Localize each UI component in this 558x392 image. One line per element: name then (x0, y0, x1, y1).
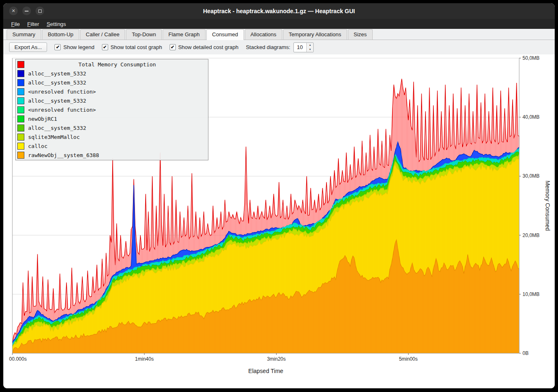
legend-item: sqlite3MemMalloc (16, 132, 208, 141)
legend-label: rawNewObj__system_6388 (28, 152, 99, 158)
maximize-icon (38, 9, 42, 13)
x-tick-label: 5min00s (399, 356, 418, 362)
y-tick-label: 20,0MB (523, 232, 539, 238)
increment-button[interactable] (307, 43, 313, 47)
y-axis-title: Memory Consumed (544, 181, 551, 231)
legend-item: rawNewObj__system_6388 (16, 150, 208, 160)
stacked-diagrams-control: Stacked diagrams: 10 (246, 42, 314, 52)
y-tick-label: 10,0MB (523, 291, 539, 297)
legend-swatch (17, 106, 24, 113)
legend-swatch (17, 143, 24, 150)
chart-legend: Total Memory Consumptionalloc__system_53… (15, 59, 208, 160)
tab-flame-graph[interactable]: Flame Graph (163, 29, 206, 40)
legend-item: <unresolved function> (16, 87, 208, 96)
y-tick-label: 40,0MB (523, 114, 539, 120)
legend-label: alloc__system_5332 (28, 70, 86, 77)
toolbar: Export As... Show legendShow total cost … (3, 40, 555, 54)
legend-item: alloc__system_5332 (16, 123, 208, 132)
checkbox-icon (54, 44, 61, 50)
checkbox-group: Show legendShow total cost graphShow det… (54, 44, 238, 50)
application-window: ✕ Heaptrack - heaptrack.wakunode.1.gz — … (3, 3, 555, 388)
stacked-diagrams-label: Stacked diagrams: (246, 44, 291, 50)
tabbar: SummaryBottom-UpCaller / CalleeTop-DownF… (3, 29, 555, 40)
tab-caller-callee[interactable]: Caller / Callee (80, 29, 125, 40)
close-icon: ✕ (12, 8, 15, 14)
tab-consumed[interactable]: Consumed (206, 29, 244, 40)
legend-label: alloc__system_5332 (28, 80, 86, 86)
export-as-button[interactable]: Export As... (9, 42, 47, 52)
legend-label: calloc (28, 143, 47, 149)
legend-label: <unresolved function> (28, 107, 96, 113)
checkbox-label: Show total cost graph (111, 44, 162, 50)
menu-file[interactable]: File (7, 20, 24, 28)
legend-item: alloc__system_5332 (16, 78, 208, 87)
checkbox-icon (102, 44, 108, 50)
tab-sizes[interactable]: Sizes (348, 29, 373, 40)
legend-item: calloc (16, 141, 208, 150)
menu-settings[interactable]: Settings (43, 20, 70, 28)
checkbox-show-legend[interactable]: Show legend (54, 44, 94, 50)
checkbox-show-detailed-cost-graph[interactable]: Show detailed cost graph (170, 44, 239, 50)
x-tick-label: 1min40s (135, 356, 154, 362)
legend-swatch (17, 97, 24, 104)
checkbox-show-total-cost-graph[interactable]: Show total cost graph (102, 44, 162, 50)
tab-allocations[interactable]: Allocations (245, 29, 282, 40)
window-title: Heaptrack - heaptrack.wakunode.1.gz — He… (3, 8, 555, 14)
window-controls: ✕ (9, 7, 44, 15)
chart-area: 00.000s1min40s3min20s5min00s0B10,0MB20,0… (3, 54, 555, 388)
legend-label: sqlite3MemMalloc (28, 134, 80, 140)
titlebar[interactable]: ✕ Heaptrack - heaptrack.wakunode.1.gz — … (3, 3, 555, 19)
legend-label: alloc__system_5332 (28, 125, 86, 131)
legend-item: alloc__system_5332 (16, 96, 208, 105)
legend-item: alloc__system_5332 (16, 69, 208, 78)
menu-filter[interactable]: Filter (24, 20, 43, 28)
legend-swatch (17, 152, 24, 159)
legend-swatch (17, 115, 24, 122)
menubar: FileFilterSettings (3, 19, 555, 29)
tab-temporary-allocations[interactable]: Temporary Allocations (283, 29, 347, 40)
legend-label: alloc__system_5332 (28, 98, 86, 104)
spinbox-buttons (306, 43, 313, 52)
decrement-button[interactable] (307, 47, 313, 52)
x-tick-label: 3min20s (267, 356, 286, 362)
checkbox-icon (170, 44, 176, 50)
legend-swatch (17, 88, 24, 95)
legend-swatch (17, 79, 24, 86)
x-tick-label: 00.000s (9, 356, 27, 362)
checkbox-label: Show legend (63, 44, 94, 50)
legend-item: newObjRC1 (16, 114, 208, 123)
tab-bottom-up[interactable]: Bottom-Up (42, 29, 79, 40)
maximize-button[interactable] (35, 7, 44, 15)
y-tick-label: 30,0MB (523, 173, 539, 179)
close-button[interactable]: ✕ (9, 7, 18, 15)
legend-swatch (17, 61, 24, 68)
spinbox-value[interactable]: 10 (294, 43, 306, 52)
x-axis-title: Elapsed Time (248, 368, 284, 374)
legend-label: newObjRC1 (28, 116, 57, 122)
tab-top-down[interactable]: Top-Down (126, 29, 162, 40)
legend-title-row: Total Memory Consumption (16, 60, 208, 69)
legend-label: <unresolved function> (28, 89, 96, 95)
stacked-diagrams-spinbox[interactable]: 10 (293, 42, 314, 52)
minimize-icon (25, 11, 28, 12)
legend-item: <unresolved function> (16, 105, 208, 114)
legend-swatch (17, 70, 24, 77)
legend-swatch (17, 124, 24, 131)
legend-swatch (17, 134, 24, 141)
legend-label: Total Memory Consumption (28, 61, 206, 68)
y-tick-label: 50,0MB (523, 55, 539, 61)
minimize-button[interactable] (22, 7, 31, 15)
checkbox-label: Show detailed cost graph (178, 44, 239, 50)
tab-summary[interactable]: Summary (7, 29, 41, 40)
y-tick-label: 0B (523, 350, 529, 356)
